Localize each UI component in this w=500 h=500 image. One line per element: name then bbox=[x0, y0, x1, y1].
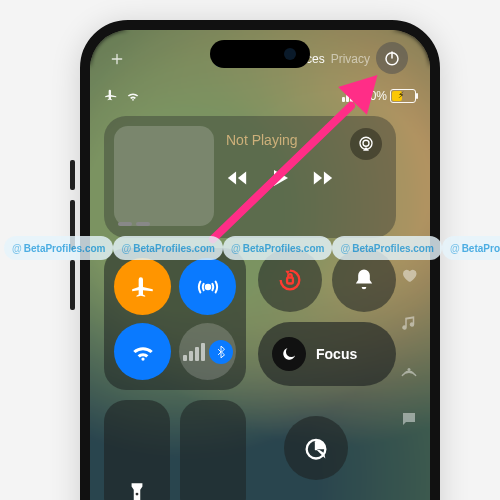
add-control-button[interactable] bbox=[106, 48, 128, 70]
cellular-bars-icon bbox=[183, 343, 205, 361]
airdrop-icon bbox=[195, 274, 221, 300]
moon-icon bbox=[272, 337, 306, 371]
connectivity-tile[interactable] bbox=[104, 248, 246, 390]
forward-icon bbox=[312, 167, 334, 189]
timer-icon bbox=[302, 434, 330, 462]
airplane-icon bbox=[104, 88, 118, 105]
battery-icon: ⚡︎ bbox=[390, 89, 416, 103]
volume-up-button bbox=[70, 160, 75, 190]
scrubber-placeholder bbox=[118, 222, 150, 226]
media-controls bbox=[226, 166, 334, 194]
dynamic-island bbox=[210, 40, 310, 68]
airplay-icon bbox=[357, 135, 375, 153]
wifi-icon bbox=[130, 339, 156, 365]
svg-rect-6 bbox=[287, 278, 293, 284]
battery-percent-label: 40% bbox=[363, 89, 387, 103]
brightness-slider[interactable] bbox=[180, 400, 246, 500]
play-icon bbox=[268, 166, 292, 190]
focus-label: Focus bbox=[316, 346, 357, 362]
cellular-bluetooth-toggle[interactable] bbox=[179, 323, 236, 380]
rotation-lock-toggle[interactable] bbox=[258, 248, 322, 312]
volume-down-button bbox=[70, 200, 75, 250]
flashlight-icon bbox=[124, 480, 150, 500]
bluetooth-icon bbox=[209, 340, 233, 364]
album-art-placeholder bbox=[114, 126, 214, 226]
connectivity-page-indicator[interactable] bbox=[400, 362, 418, 384]
svg-point-4 bbox=[363, 140, 369, 146]
power-icon bbox=[383, 49, 401, 67]
play-button[interactable] bbox=[268, 166, 292, 194]
action-button bbox=[70, 260, 75, 310]
wifi-toggle[interactable] bbox=[114, 323, 171, 380]
bell-icon bbox=[350, 266, 378, 294]
status-bar: 40% ⚡︎ bbox=[104, 86, 416, 106]
plus-icon bbox=[109, 51, 125, 67]
focus-tile[interactable]: Focus bbox=[258, 322, 396, 386]
airdrop-toggle[interactable] bbox=[179, 258, 236, 315]
rotation-lock-icon bbox=[276, 266, 304, 294]
power-button[interactable] bbox=[376, 42, 408, 74]
wifi-icon bbox=[126, 89, 140, 103]
now-playing-tile[interactable]: Not Playing bbox=[104, 116, 396, 238]
now-playing-label: Not Playing bbox=[226, 132, 298, 148]
svg-point-7 bbox=[136, 493, 139, 496]
timer-button[interactable] bbox=[284, 416, 348, 480]
control-center-screen: System Services Privacy 40% ⚡︎ bbox=[90, 30, 430, 500]
cellular-bars-icon bbox=[342, 91, 357, 102]
svg-point-5 bbox=[204, 283, 211, 290]
music-page-indicator[interactable] bbox=[400, 314, 418, 336]
home-page-indicator[interactable] bbox=[400, 410, 418, 432]
rewind-button[interactable] bbox=[226, 167, 248, 193]
flashlight-tile[interactable] bbox=[104, 400, 170, 500]
chat-icon bbox=[400, 410, 418, 428]
svg-point-9 bbox=[408, 368, 411, 371]
watermark-badge: BetaProfiles.com bbox=[442, 236, 500, 260]
silent-mode-toggle[interactable] bbox=[332, 248, 396, 312]
favorites-page-indicator[interactable] bbox=[400, 266, 418, 288]
music-note-icon bbox=[400, 314, 418, 332]
forward-button[interactable] bbox=[312, 167, 334, 193]
airplay-button[interactable] bbox=[350, 128, 382, 160]
location-privacy-label: Privacy bbox=[331, 52, 370, 66]
broadcast-icon bbox=[400, 362, 418, 380]
rewind-icon bbox=[226, 167, 248, 189]
controls-grid: Not Playing bbox=[104, 116, 416, 500]
heart-icon bbox=[400, 266, 418, 284]
phone-frame: System Services Privacy 40% ⚡︎ bbox=[80, 20, 440, 500]
airplane-mode-toggle[interactable] bbox=[114, 258, 171, 315]
airplane-icon bbox=[130, 274, 156, 300]
